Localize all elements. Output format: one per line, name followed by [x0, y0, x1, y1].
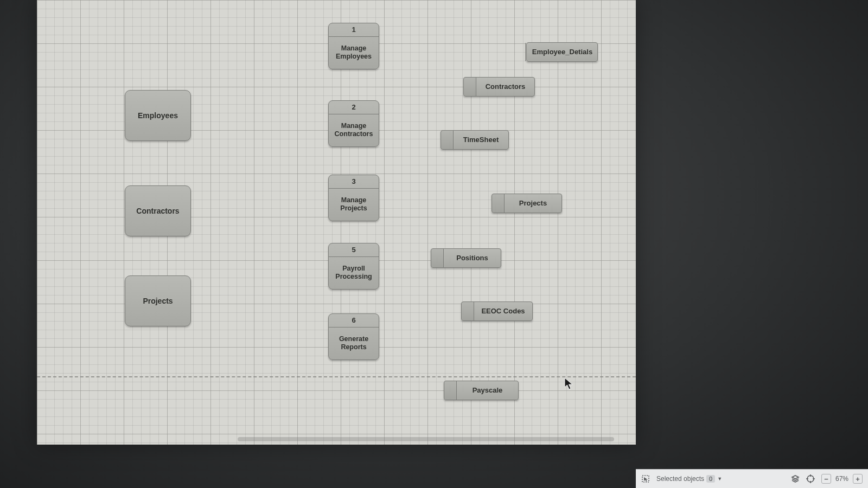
- usecase-manage-contractors[interactable]: 2 Manage Contractors: [328, 100, 379, 147]
- usecase-number: 1: [329, 23, 379, 37]
- entity-handle: [431, 249, 444, 267]
- usecase-name: Manage Employees: [329, 37, 379, 69]
- entity-label: EEOC Codes: [474, 307, 532, 316]
- status-bar: Selected objects 0 ▼ − 67% +: [636, 469, 868, 488]
- entity-handle: [462, 302, 474, 320]
- usecase-manage-projects[interactable]: 3 Manage Projects: [328, 175, 379, 221]
- zoom-controls: − 67% +: [821, 474, 863, 484]
- zoom-percentage: 67%: [835, 475, 848, 483]
- entity-projects[interactable]: Projects: [492, 194, 562, 213]
- entity-handle: [444, 381, 457, 400]
- entity-contractors[interactable]: Contractors: [463, 77, 535, 97]
- actor-employees[interactable]: Employees: [125, 90, 191, 141]
- usecase-manage-employees[interactable]: 1 Manage Employees: [328, 23, 379, 69]
- actor-label: Employees: [138, 111, 178, 120]
- usecase-name: Payroll Processing: [329, 257, 379, 289]
- selected-objects-label: Selected objects: [656, 475, 704, 483]
- entity-label: Positions: [444, 254, 501, 262]
- entity-handle: [492, 194, 505, 213]
- entity-handle: [441, 131, 454, 149]
- usecase-generate-reports[interactable]: 6 Generate Reports: [328, 313, 379, 360]
- usecase-name: Generate Reports: [329, 328, 379, 359]
- entity-label: Payscale: [457, 386, 518, 395]
- actor-projects[interactable]: Projects: [125, 275, 191, 326]
- entity-eeoc-codes[interactable]: EEOC Codes: [461, 301, 533, 321]
- usecase-number: 6: [329, 314, 379, 328]
- entity-handle: [464, 78, 476, 96]
- usecase-name: Manage Projects: [329, 189, 379, 221]
- entity-label: Contractors: [476, 82, 534, 91]
- entity-payscale[interactable]: Payscale: [444, 381, 519, 400]
- usecase-number: 5: [329, 243, 379, 257]
- zoom-out-button[interactable]: −: [821, 474, 831, 484]
- cursor-icon: [564, 377, 574, 390]
- entity-timesheet[interactable]: TimeSheet: [441, 130, 509, 150]
- usecase-number: 3: [329, 175, 379, 189]
- usecase-payroll-processing[interactable]: 5 Payroll Processing: [328, 243, 379, 290]
- actor-label: Contractors: [136, 207, 179, 216]
- page-break-line: [37, 376, 636, 377]
- layers-icon[interactable]: [791, 474, 800, 483]
- entity-positions[interactable]: Positions: [431, 248, 501, 268]
- diagram-canvas[interactable]: Employees Contractors Projects 1 Manage …: [37, 0, 636, 445]
- actor-label: Projects: [143, 297, 173, 306]
- chevron-down-icon: ▼: [717, 476, 722, 481]
- selected-objects-count: 0: [706, 475, 715, 483]
- screen-backdrop: Employees Contractors Projects 1 Manage …: [0, 0, 868, 488]
- actor-contractors[interactable]: Contractors: [125, 185, 191, 236]
- usecase-name: Manage Contractors: [329, 114, 379, 146]
- target-icon[interactable]: [806, 474, 815, 483]
- entity-employee-details[interactable]: Employee_Detials: [526, 42, 598, 62]
- entity-label: Projects: [505, 199, 561, 208]
- zoom-in-button[interactable]: +: [853, 474, 863, 484]
- selected-objects-indicator[interactable]: Selected objects 0 ▼: [656, 475, 722, 483]
- entity-label: TimeSheet: [454, 136, 508, 144]
- usecase-number: 2: [329, 101, 379, 114]
- horizontal-scrollbar[interactable]: [238, 437, 614, 441]
- entity-label: Employee_Detials: [526, 48, 599, 56]
- selection-icon: [641, 474, 650, 483]
